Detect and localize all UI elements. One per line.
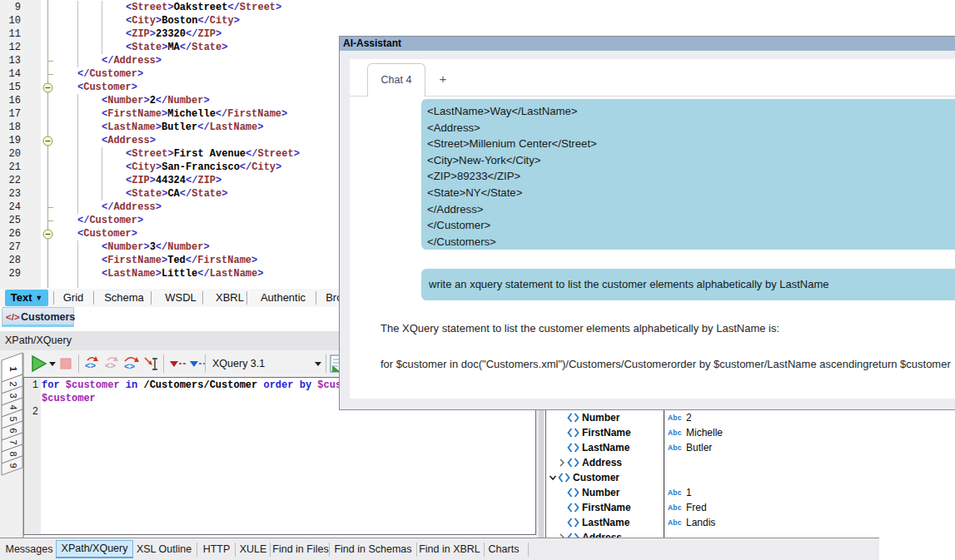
svg-text:3: 3 (8, 393, 18, 398)
code-text: <FirstName>Ted</FirstName> (102, 254, 257, 267)
evaluate-on-edit-icon[interactable]: <> (122, 354, 141, 374)
view-tab-authentic[interactable]: Authentic (261, 289, 306, 307)
result-tree-row[interactable]: LastNameAbcButler (547, 440, 879, 455)
engine-select[interactable]: XQuery 3.1 (206, 353, 326, 374)
output-tab-find-in-schemas[interactable]: Find in Schemas (334, 538, 411, 560)
fold-end-tick (47, 221, 53, 221)
line-number: 13 (0, 54, 21, 67)
ai-assistant-title: AI-Assistant (343, 37, 401, 51)
output-tab-find-in-xbrl[interactable]: Find in XBRL (419, 538, 480, 560)
output-tab-messages[interactable]: Messages (6, 538, 53, 560)
code-text: <City>San-Francisco</City> (126, 161, 281, 174)
view-tab-separator (316, 291, 316, 305)
line-number: 9 (0, 1, 21, 14)
fold-collapse-icon[interactable] (42, 136, 53, 146)
string-type-icon: Abc (668, 488, 682, 498)
result-tree-row[interactable]: Customer (547, 470, 879, 485)
result-tree-row[interactable]: FirstNameAbcMichelle (547, 425, 879, 440)
indent-guide (77, 94, 78, 107)
element-icon (567, 488, 579, 498)
element-value: Fred (686, 501, 707, 514)
result-tree-row[interactable]: Address (547, 530, 879, 538)
output-window-tab-bar: MessagesXPath/XQueryXSL OutlineHTTPXULEF… (0, 538, 879, 560)
fold-collapse-icon[interactable] (42, 229, 53, 240)
result-tree-row[interactable]: NumberAbc1 (547, 485, 879, 500)
output-tab-xpath-xquery[interactable]: XPath/XQuery (56, 540, 133, 558)
line-number: 10 (0, 14, 21, 27)
string-type-icon: Abc (668, 518, 682, 528)
element-value: Michelle (686, 426, 723, 439)
indent-guide (77, 107, 78, 121)
output-tab-separator (528, 543, 529, 557)
result-tree-row[interactable]: Address (547, 455, 879, 470)
line-number: 17 (0, 107, 21, 121)
xpath-panel-title: XPath/XQuery (5, 331, 72, 350)
result-tree-row[interactable]: NumberAbc2 (547, 410, 879, 425)
view-tab-text[interactable]: Text ▼ (5, 290, 48, 306)
chevron-collapsed-icon[interactable] (558, 458, 566, 467)
editor-line[interactable]: 9<Street>Oakstreet</Street> (0, 1, 879, 14)
indent-guide (77, 147, 78, 161)
result-tree-row[interactable]: FirstNameAbcFred (547, 500, 879, 515)
indent-guide (77, 121, 78, 134)
next-result-marker-icon[interactable] (188, 354, 206, 374)
new-chat-tab-button[interactable]: + (430, 63, 455, 97)
view-tab-grid[interactable]: Grid (63, 289, 84, 307)
code-text: <LastName>Butler</LastName> (102, 121, 263, 134)
stop-evaluation-button[interactable] (60, 354, 73, 374)
indent-guide (102, 1, 102, 14)
code-text: <Customer> (77, 81, 137, 94)
element-icon (567, 518, 579, 528)
output-tab-xule[interactable]: XULE (240, 538, 267, 560)
user-message-bubble: write an xquery statement to list the cu… (421, 269, 955, 300)
element-value: Landis (686, 516, 715, 529)
indent-guide (77, 280, 78, 288)
xpath-expression-tab-strip[interactable]: 123456789 (0, 350, 24, 538)
view-tab-wsdl[interactable]: WSDL (165, 289, 196, 307)
element-value: 2 (686, 411, 692, 424)
chevron-down-icon: ▼ (35, 294, 42, 302)
view-tab-separator (202, 291, 203, 305)
chat-tab[interactable]: Chat 4 (367, 63, 425, 97)
indent-guide (77, 267, 78, 280)
indent-guide (77, 254, 78, 267)
code-text: </Customer> (77, 67, 143, 81)
results-column-divider[interactable] (664, 410, 664, 538)
xpath-line-number: 2 (24, 405, 38, 419)
output-tab-xsl-outline[interactable]: XSL Outline (137, 538, 191, 560)
result-tree-row[interactable]: LastNameAbcLandis (547, 515, 879, 530)
view-tab-schema[interactable]: Schema (104, 289, 144, 307)
code-text: <ZIP>44324</ZIP> (126, 174, 221, 187)
code-text: <Street>Oakstreet</Street> (126, 1, 281, 14)
element-name: Address (582, 531, 622, 538)
document-tab-customers[interactable]: </> Customers (2, 307, 74, 327)
view-tab-label: Text (11, 291, 32, 304)
start-evaluation-button[interactable] (31, 354, 56, 374)
ai-assistant-window: AI-Assistant Chat 4 + <LastName>Way</Las… (339, 36, 955, 410)
fold-collapse-icon[interactable] (42, 82, 53, 93)
xml-file-icon: </> (6, 311, 20, 324)
element-value: 1 (686, 486, 692, 499)
ai-assistant-client: Chat 4 + <LastName>Way</LastName> <Addre… (350, 59, 955, 399)
evaluate-xpath-icon[interactable]: <> (84, 354, 101, 374)
output-tab-charts[interactable]: Charts (489, 538, 520, 560)
element-icon (567, 503, 579, 513)
element-name: Number (582, 411, 619, 424)
svg-text:6: 6 (8, 428, 18, 433)
editor-line[interactable]: 10<City>Boston</City> (0, 14, 879, 27)
chevron-expanded-icon[interactable] (549, 473, 557, 482)
previous-result-marker-icon[interactable] (168, 354, 187, 374)
output-tab-find-in-files[interactable]: Find in Files (272, 538, 328, 560)
goto-cursor-icon[interactable] (142, 354, 160, 374)
ai-assistant-titlebar[interactable]: AI-Assistant (340, 37, 955, 51)
evaluate-debug-icon-disabled[interactable]: <> (104, 354, 121, 374)
output-tab-http[interactable]: HTTP (203, 538, 231, 560)
string-type-icon: Abc (668, 503, 682, 513)
view-tab-separator (93, 291, 94, 305)
view-tab-separator (53, 291, 54, 305)
output-tab-separator (270, 543, 271, 557)
view-tab-xbrl[interactable]: XBRL (216, 289, 244, 307)
toolbar-separator (163, 354, 164, 373)
line-number: 28 (0, 254, 21, 267)
string-type-icon: Abc (668, 414, 682, 423)
